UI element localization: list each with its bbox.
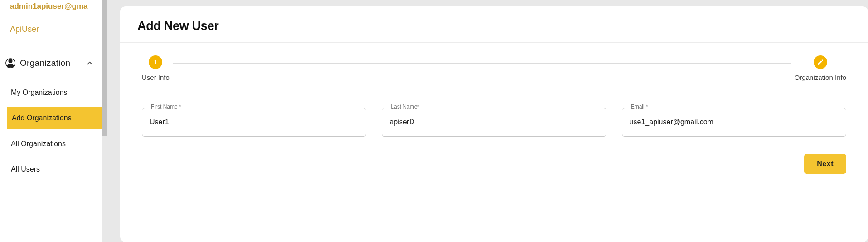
last-name-label: Last Name* bbox=[388, 104, 422, 110]
last-name-field-wrap: Last Name* bbox=[382, 108, 606, 137]
next-button[interactable]: Next bbox=[804, 154, 846, 174]
first-name-field-wrap: First Name * bbox=[142, 108, 366, 137]
sidebar-item-label: All Organizations bbox=[11, 140, 66, 148]
step-label: Organization Info bbox=[795, 74, 846, 81]
stepper: 1 User Info Organization Info bbox=[120, 43, 868, 94]
last-name-input[interactable] bbox=[382, 108, 606, 137]
card-header: Add New User bbox=[120, 6, 868, 43]
sidebar-item-all-organizations[interactable]: All Organizations bbox=[0, 133, 102, 155]
step-label: User Info bbox=[142, 74, 170, 81]
page-title: Add New User bbox=[137, 19, 851, 33]
form-row: First Name * Last Name* Email * bbox=[120, 94, 868, 137]
sidebar: admin1apiuser@gma ApiUser Organization M… bbox=[0, 0, 102, 242]
email-field-wrap: Email * bbox=[622, 108, 846, 137]
user-sublabel: ApiUser bbox=[0, 11, 102, 43]
card: Add New User 1 User Info Organization In… bbox=[120, 6, 868, 242]
step-connector bbox=[173, 63, 791, 64]
chevron-up-icon bbox=[86, 59, 94, 67]
sidebar-item-all-users[interactable]: All Users bbox=[0, 158, 102, 180]
sidebar-item-label: My Organizations bbox=[11, 89, 68, 96]
edit-icon bbox=[814, 55, 827, 69]
sidebar-item-label: All Users bbox=[11, 165, 40, 173]
sidebar-item-my-organizations[interactable]: My Organizations bbox=[0, 82, 102, 104]
step-number-badge: 1 bbox=[149, 55, 162, 69]
sidebar-item-label: Add Organizations bbox=[12, 114, 72, 122]
email-label: Email * bbox=[628, 104, 651, 110]
user-email: admin1apiuser@gma bbox=[0, 0, 102, 11]
sidebar-item-add-organizations[interactable]: Add Organizations bbox=[7, 107, 102, 129]
form-actions: Next bbox=[120, 137, 868, 174]
first-name-label: First Name * bbox=[148, 104, 184, 110]
sidebar-section-title: Organization bbox=[20, 58, 81, 68]
sidebar-section-organization[interactable]: Organization bbox=[0, 48, 102, 78]
person-icon bbox=[5, 58, 15, 68]
step-organization-info[interactable]: Organization Info bbox=[795, 55, 846, 81]
email-input[interactable] bbox=[622, 108, 846, 137]
first-name-input[interactable] bbox=[142, 108, 366, 137]
step-user-info[interactable]: 1 User Info bbox=[142, 55, 170, 81]
main-content: Add New User 1 User Info Organization In… bbox=[102, 0, 868, 242]
scrollbar[interactable] bbox=[102, 0, 107, 136]
